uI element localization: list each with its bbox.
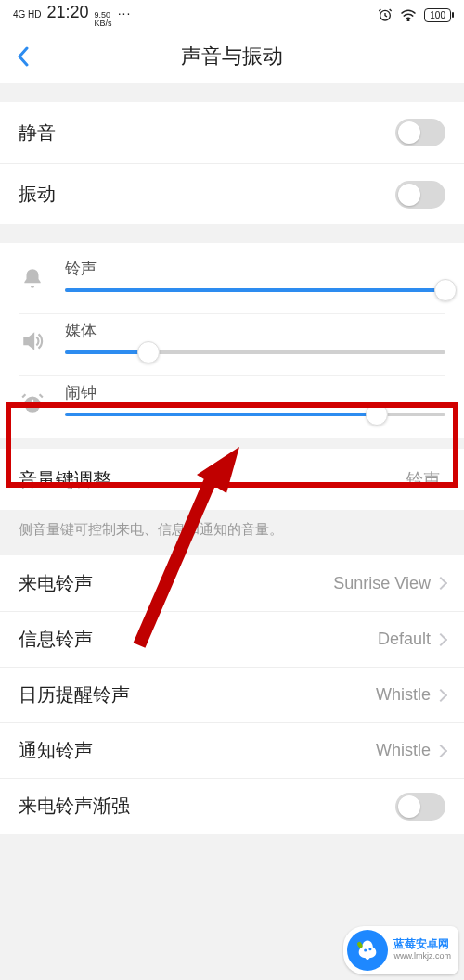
row-ascending-ringtone[interactable]: 来电铃声渐强 — [0, 778, 464, 834]
watermark-logo — [347, 930, 388, 971]
group-silent-vibrate: 静音 振动 — [0, 102, 464, 224]
watermark: 蓝莓安卓网 www.lmkjz.com — [343, 926, 458, 974]
media-slider-label: 媒体 — [65, 320, 445, 341]
clock: 21:20 — [47, 3, 89, 22]
svg-point-1 — [408, 19, 410, 21]
chevron-right-icon — [434, 577, 447, 590]
incoming-ringtone-label: 来电铃声 — [19, 571, 333, 596]
more-icon: ··· — [118, 6, 132, 20]
network-type: 4G HD — [13, 10, 42, 19]
watermark-text: 蓝莓安卓网 www.lmkjz.com — [393, 938, 451, 962]
svg-point-6 — [369, 948, 372, 950]
alarm-slider-fill — [65, 413, 377, 416]
slider-row-alarm: 闹钟 — [19, 375, 445, 438]
media-slider-thumb[interactable] — [137, 341, 160, 363]
section-gap — [0, 224, 464, 243]
status-right: 100 — [378, 7, 451, 22]
alarm-icon — [378, 7, 393, 22]
chevron-right-icon — [434, 744, 447, 757]
group-volume-sliders: 铃声 媒体 闹钟 — [0, 243, 464, 438]
alarm-slider-thumb[interactable] — [366, 403, 388, 426]
group-volume-key: 音量键调整 铃声 — [0, 449, 464, 510]
row-message-ringtone[interactable]: 信息铃声 Default — [0, 611, 464, 667]
row-volume-key-adjust[interactable]: 音量键调整 铃声 — [0, 449, 464, 510]
notification-ringtone-value: Whistle — [376, 741, 431, 760]
chevron-right-icon — [434, 632, 447, 645]
page-title: 声音与振动 — [0, 43, 464, 70]
watermark-url: www.lmkjz.com — [393, 950, 451, 962]
media-slider[interactable] — [65, 350, 445, 354]
status-left: 4G HD 21:20 9.50 KB/s ··· — [13, 3, 131, 28]
back-button[interactable] — [0, 30, 46, 83]
ring-slider[interactable] — [65, 288, 445, 292]
slider-row-media: 媒体 — [19, 313, 445, 375]
battery-indicator: 100 — [424, 8, 451, 22]
svg-point-5 — [365, 948, 367, 951]
volume-key-label: 音量键调整 — [19, 467, 406, 492]
message-ringtone-label: 信息铃声 — [19, 627, 378, 652]
row-vibrate[interactable]: 振动 — [0, 163, 464, 224]
section-gap — [0, 438, 464, 449]
incoming-ringtone-value: Sunrise View — [333, 574, 431, 593]
row-calendar-ringtone[interactable]: 日历提醒铃声 Whistle — [0, 667, 464, 722]
data-rate: 9.50 KB/s — [95, 11, 112, 28]
section-gap — [0, 83, 464, 102]
speaker-icon — [19, 327, 46, 355]
chevron-left-icon — [17, 46, 30, 67]
status-bar: 4G HD 21:20 9.50 KB/s ··· 100 — [0, 0, 464, 30]
notification-ringtone-label: 通知铃声 — [19, 738, 376, 763]
volume-key-value: 铃声 — [406, 468, 440, 490]
nav-bar: 声音与振动 — [0, 30, 464, 83]
ascending-ringtone-toggle[interactable] — [395, 793, 445, 821]
alarm-slider[interactable] — [65, 413, 445, 416]
group-ringtones: 来电铃声 Sunrise View 信息铃声 Default 日历提醒铃声 Wh… — [0, 555, 464, 834]
vibrate-label: 振动 — [19, 182, 395, 207]
chevron-right-icon — [434, 688, 447, 701]
message-ringtone-value: Default — [378, 630, 431, 649]
silent-label: 静音 — [19, 121, 395, 146]
ring-slider-label: 铃声 — [65, 258, 445, 279]
row-incoming-ringtone[interactable]: 来电铃声 Sunrise View — [0, 555, 464, 611]
alarm-clock-icon — [19, 389, 46, 417]
calendar-ringtone-value: Whistle — [376, 685, 431, 705]
bell-icon — [19, 265, 46, 293]
alarm-slider-label: 闹钟 — [65, 382, 445, 403]
watermark-title: 蓝莓安卓网 — [393, 938, 451, 950]
wifi-icon — [400, 8, 417, 21]
vibrate-toggle[interactable] — [395, 181, 445, 209]
row-notification-ringtone[interactable]: 通知铃声 Whistle — [0, 722, 464, 778]
slider-row-ring: 铃声 — [19, 252, 445, 313]
silent-toggle[interactable] — [395, 119, 445, 146]
ascending-ringtone-label: 来电铃声渐强 — [19, 794, 395, 819]
ring-slider-fill — [65, 288, 445, 292]
row-silent[interactable]: 静音 — [0, 102, 464, 163]
ring-slider-thumb[interactable] — [434, 279, 457, 301]
volume-key-helper: 侧音量键可控制来电、信息和通知的音量。 — [0, 510, 464, 555]
media-slider-fill — [65, 350, 148, 354]
calendar-ringtone-label: 日历提醒铃声 — [19, 682, 376, 707]
